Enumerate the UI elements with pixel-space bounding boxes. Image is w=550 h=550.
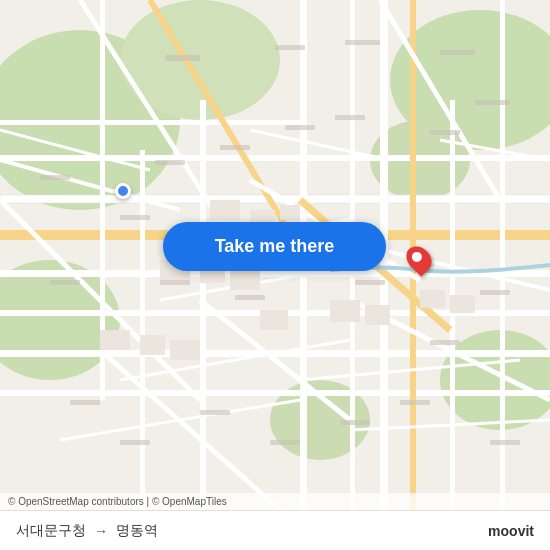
svg-rect-67 <box>220 145 250 150</box>
svg-rect-54 <box>420 290 445 308</box>
svg-rect-60 <box>275 45 305 50</box>
svg-rect-77 <box>50 280 80 285</box>
bottom-bar: 서대문구청 → 명동역 moovit <box>0 510 550 550</box>
svg-rect-20 <box>140 150 145 510</box>
route-from-label: 서대문구청 <box>16 522 86 540</box>
svg-rect-23 <box>500 0 505 510</box>
svg-rect-62 <box>440 50 475 55</box>
svg-rect-69 <box>40 175 70 180</box>
origin-marker <box>115 183 131 199</box>
attribution-text: © OpenStreetMap contributors | © OpenMap… <box>8 496 227 507</box>
svg-rect-57 <box>140 335 165 355</box>
svg-rect-74 <box>355 280 385 285</box>
svg-rect-66 <box>285 125 315 130</box>
svg-rect-78 <box>70 400 100 405</box>
route-arrow-icon: → <box>94 523 108 539</box>
svg-rect-82 <box>340 420 370 425</box>
svg-rect-61 <box>345 40 380 45</box>
destination-marker <box>408 245 430 273</box>
svg-rect-47 <box>280 205 300 220</box>
svg-rect-14 <box>0 155 550 161</box>
svg-rect-79 <box>120 440 150 445</box>
svg-rect-53 <box>260 310 288 330</box>
svg-rect-76 <box>480 290 510 295</box>
svg-rect-65 <box>335 115 365 120</box>
svg-rect-64 <box>430 130 460 135</box>
svg-rect-80 <box>200 410 230 415</box>
svg-rect-63 <box>475 100 510 105</box>
svg-rect-56 <box>100 330 130 350</box>
svg-rect-83 <box>400 400 430 405</box>
svg-rect-15 <box>0 120 300 125</box>
route-to-label: 명동역 <box>116 522 158 540</box>
svg-rect-51 <box>330 300 360 322</box>
map-container: Take me there © OpenStreetMap contributo… <box>0 0 550 550</box>
svg-rect-72 <box>235 295 265 300</box>
moovit-logo-text: moovit <box>488 523 534 539</box>
moovit-logo: moovit <box>488 523 534 539</box>
take-me-there-button[interactable]: Take me there <box>163 222 386 271</box>
svg-rect-71 <box>160 280 190 285</box>
svg-rect-75 <box>430 340 460 345</box>
map-svg <box>0 0 550 550</box>
svg-rect-55 <box>450 295 475 313</box>
svg-rect-68 <box>155 160 185 165</box>
svg-rect-59 <box>165 55 200 61</box>
svg-rect-58 <box>170 340 200 360</box>
svg-rect-84 <box>490 440 520 445</box>
svg-rect-81 <box>270 440 300 445</box>
map-attribution: © OpenStreetMap contributors | © OpenMap… <box>0 493 550 510</box>
svg-rect-45 <box>210 200 240 220</box>
svg-rect-50 <box>230 270 260 290</box>
svg-rect-52 <box>365 305 390 325</box>
svg-rect-70 <box>120 215 150 220</box>
svg-rect-13 <box>0 390 550 396</box>
